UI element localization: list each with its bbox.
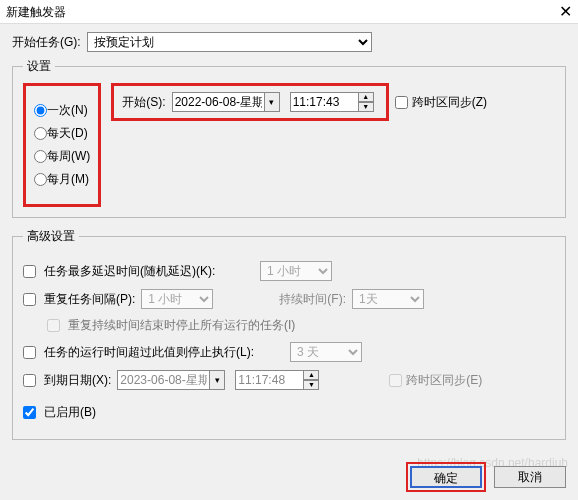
advanced-group: 高级设置 任务最多延迟时间(随机延迟)(K): 1 小时 重复任务间隔(P): …: [12, 228, 566, 440]
settings-legend: 设置: [23, 58, 55, 75]
repeat-label: 重复任务间隔(P):: [44, 291, 135, 308]
chevron-down-icon[interactable]: ▾: [264, 92, 280, 112]
sync-timezones-checkbox[interactable]: [395, 96, 408, 109]
expire-date-input[interactable]: ▾: [117, 370, 229, 390]
sync-timezones-label: 跨时区同步(Z): [412, 94, 487, 111]
duration-label: 持续时间(F):: [279, 291, 346, 308]
repeat-interval-select: 1 小时: [141, 289, 213, 309]
chevron-down-icon: ▾: [209, 370, 225, 390]
start-time-input[interactable]: ▲▼: [290, 92, 378, 112]
expire-label: 到期日期(X):: [44, 372, 111, 389]
begin-task-select[interactable]: 按预定计划: [87, 32, 372, 52]
stop-after-label: 任务的运行时间超过此值则停止执行(L):: [44, 344, 284, 361]
stop-at-end-checkbox: [47, 319, 60, 332]
delay-select: 1 小时: [260, 261, 332, 281]
expire-sync-label: 跨时区同步(E): [406, 372, 482, 389]
expire-checkbox[interactable]: [23, 374, 36, 387]
window-title: 新建触发器: [6, 0, 66, 24]
radio-daily[interactable]: 每天(D): [34, 125, 90, 142]
stop-after-select: 3 天: [290, 342, 362, 362]
radio-monthly[interactable]: 每月(M): [34, 171, 90, 188]
settings-group: 设置 一次(N) 每天(D) 每周(W) 每月(M) 开始(S): ▾: [12, 58, 566, 218]
delay-label: 任务最多延迟时间(随机延迟)(K):: [44, 263, 254, 280]
start-label: 开始(S):: [122, 94, 165, 111]
start-datetime-box: 开始(S): ▾ ▲▼: [111, 83, 388, 121]
down-icon[interactable]: ▼: [358, 102, 374, 112]
stop-after-checkbox[interactable]: [23, 346, 36, 359]
radio-weekly[interactable]: 每周(W): [34, 148, 90, 165]
enabled-checkbox[interactable]: [23, 406, 36, 419]
repeat-checkbox[interactable]: [23, 293, 36, 306]
enabled-label: 已启用(B): [44, 404, 96, 421]
up-icon[interactable]: ▲: [358, 92, 374, 102]
begin-task-label: 开始任务(G):: [12, 34, 81, 51]
duration-select: 1天: [352, 289, 424, 309]
close-icon[interactable]: ✕: [559, 0, 572, 24]
radio-once[interactable]: 一次(N): [34, 102, 90, 119]
delay-checkbox[interactable]: [23, 265, 36, 278]
start-date-input[interactable]: ▾: [172, 92, 284, 112]
expire-time-input[interactable]: ▲▼: [235, 370, 323, 390]
expire-sync-checkbox: [389, 374, 402, 387]
stop-at-end-label: 重复持续时间结束时停止所有运行的任务(I): [68, 317, 295, 334]
frequency-radio-group: 一次(N) 每天(D) 每周(W) 每月(M): [23, 83, 101, 207]
ok-button[interactable]: 确定: [410, 466, 482, 488]
advanced-legend: 高级设置: [23, 228, 79, 245]
cancel-button[interactable]: 取消: [494, 466, 566, 488]
